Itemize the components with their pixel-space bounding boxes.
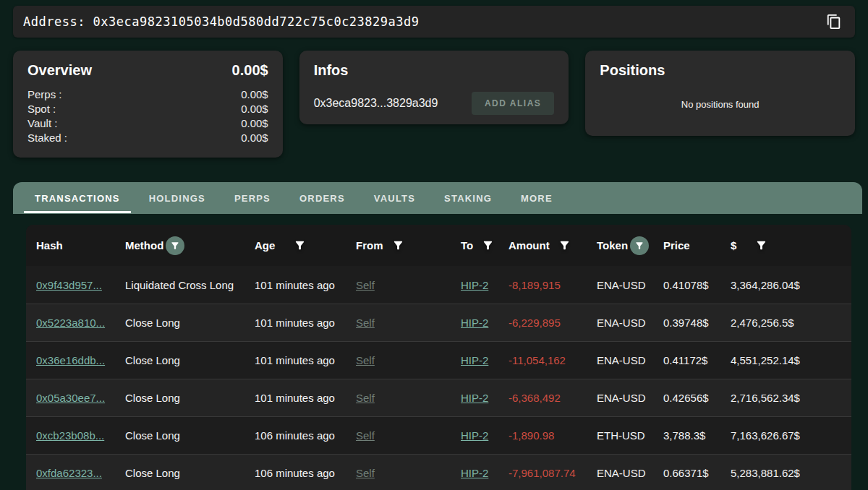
summary-cards: Overview 0.00$ Perps : 0.00$ Spot : 0.00… xyxy=(13,51,855,158)
tx-from-link[interactable]: Self xyxy=(356,467,461,479)
filter-icon-age[interactable] xyxy=(294,239,306,252)
tx-from-link[interactable]: Self xyxy=(356,429,461,442)
tab-orders[interactable]: ORDERS xyxy=(289,182,356,214)
tx-price: 0.41078$ xyxy=(663,279,731,291)
filter-icon-to[interactable] xyxy=(482,239,494,252)
copy-address-button[interactable] xyxy=(823,11,845,33)
filter-icon-amount[interactable] xyxy=(558,239,571,252)
overview-row-perps: Perps : 0.00$ xyxy=(27,87,268,102)
table-row: 0x05a30ee7... Close Long 101 minutes ago… xyxy=(26,379,851,416)
tx-from-link[interactable]: Self xyxy=(356,354,461,366)
transactions-table: Hash Method Age From To Amou xyxy=(26,225,851,490)
overview-value: 0.00$ xyxy=(241,131,268,145)
col-header-price: Price xyxy=(663,239,731,252)
tab-holdings[interactable]: HOLDINGS xyxy=(138,182,216,214)
tx-to-link[interactable]: HIP-2 xyxy=(461,317,509,329)
tx-usd: 2,716,562.34$ xyxy=(731,392,841,404)
tx-token: ENA-USD xyxy=(597,354,663,366)
tx-method: Close Long xyxy=(125,392,255,404)
col-header-from: From xyxy=(356,239,461,252)
tab-staking[interactable]: STAKING xyxy=(433,182,503,214)
table-row: 0xfda62323... Close Long 106 minutes ago… xyxy=(26,454,851,490)
tx-usd: 5,283,881.62$ xyxy=(731,467,841,479)
tx-method: Close Long xyxy=(125,354,255,366)
table-row: 0xcb23b08b... Close Long 106 minutes ago… xyxy=(26,416,851,454)
overview-card: Overview 0.00$ Perps : 0.00$ Spot : 0.00… xyxy=(13,51,283,158)
tx-token: ENA-USD xyxy=(597,317,663,329)
filter-icon-usd[interactable] xyxy=(755,239,767,252)
positions-card: Positions No positions found xyxy=(585,51,855,136)
tx-method: Close Long xyxy=(125,317,255,329)
tab-transactions[interactable]: TRANSACTIONS xyxy=(24,182,131,214)
tx-price: 0.66371$ xyxy=(663,467,731,479)
col-header-usd: $ xyxy=(731,239,841,252)
positions-empty-text: No positions found xyxy=(600,99,841,110)
tx-hash-link[interactable]: 0x9f43d957... xyxy=(36,279,125,291)
overview-value: 0.00$ xyxy=(241,116,268,131)
tx-method: Liquidated Cross Long xyxy=(125,279,255,291)
tx-to-link[interactable]: HIP-2 xyxy=(461,429,509,442)
tab-bar: TRANSACTIONS HOLDINGS PERPS ORDERS VAULT… xyxy=(13,182,862,214)
infos-short-address: 0x3eca9823...3829a3d9 xyxy=(314,97,438,110)
tx-usd: 7,163,626.67$ xyxy=(731,429,841,442)
tx-token: ENA-USD xyxy=(597,279,663,291)
overview-label: Perps : xyxy=(27,87,62,102)
address-bar: Address: 0x3eca9823105034b0d580dd722c75c… xyxy=(13,6,855,38)
table-row: 0x36e16ddb... Close Long 101 minutes ago… xyxy=(26,341,851,379)
tx-from-link[interactable]: Self xyxy=(356,279,461,291)
tx-price: 0.41172$ xyxy=(663,354,731,366)
tx-token: ETH-USD xyxy=(597,429,663,442)
tx-hash-link[interactable]: 0xfda62323... xyxy=(36,467,125,479)
col-header-amount: Amount xyxy=(509,239,597,252)
tx-hash-link[interactable]: 0x5223a810... xyxy=(36,317,125,329)
tx-to-link[interactable]: HIP-2 xyxy=(461,279,509,291)
overview-label: Staked : xyxy=(27,131,67,145)
tab-more[interactable]: MORE xyxy=(510,182,563,214)
tab-vaults[interactable]: VAULTS xyxy=(363,182,426,214)
tx-amount: -1,890.98 xyxy=(509,429,597,442)
tx-age: 101 minutes ago xyxy=(255,279,356,291)
filter-icon-method[interactable] xyxy=(166,236,184,255)
filter-icon-token[interactable] xyxy=(630,236,649,255)
col-header-method: Method xyxy=(125,236,255,255)
tx-age: 106 minutes ago xyxy=(255,467,356,479)
infos-title: Infos xyxy=(314,62,555,79)
overview-row-spot: Spot : 0.00$ xyxy=(27,102,268,116)
positions-title: Positions xyxy=(600,62,841,79)
col-header-hash: Hash xyxy=(36,239,125,252)
tx-to-link[interactable]: HIP-2 xyxy=(461,392,509,404)
overview-row-staked: Staked : 0.00$ xyxy=(27,131,268,145)
tx-to-link[interactable]: HIP-2 xyxy=(461,467,509,479)
tx-age: 101 minutes ago xyxy=(255,392,356,404)
tx-age: 101 minutes ago xyxy=(255,317,356,329)
tx-hash-link[interactable]: 0xcb23b08b... xyxy=(36,429,125,442)
tx-method: Close Long xyxy=(125,429,255,442)
add-alias-button[interactable]: ADD ALIAS xyxy=(472,92,554,115)
overview-label: Vault : xyxy=(27,116,57,131)
tx-token: ENA-USD xyxy=(597,467,663,479)
tx-amount: -7,961,087.74 xyxy=(509,467,597,479)
tx-from-link[interactable]: Self xyxy=(356,317,461,329)
col-header-age: Age xyxy=(255,239,356,252)
overview-total: 0.00$ xyxy=(232,62,268,79)
overview-value: 0.00$ xyxy=(241,87,268,102)
tx-price: 0.39748$ xyxy=(663,317,731,329)
tab-perps[interactable]: PERPS xyxy=(224,182,281,214)
tx-hash-link[interactable]: 0x36e16ddb... xyxy=(36,354,125,366)
table-row: 0x9f43d957... Liquidated Cross Long 101 … xyxy=(26,266,851,304)
tx-token: ENA-USD xyxy=(597,392,663,404)
tx-amount: -6,368,492 xyxy=(509,392,597,404)
copy-icon xyxy=(826,14,842,30)
col-header-to: To xyxy=(461,239,509,252)
tx-from-link[interactable]: Self xyxy=(356,392,461,404)
tx-method: Close Long xyxy=(125,467,255,479)
filter-icon-from[interactable] xyxy=(392,239,404,252)
overview-label: Spot : xyxy=(27,102,56,116)
overview-value: 0.00$ xyxy=(241,102,268,116)
tx-hash-link[interactable]: 0x05a30ee7... xyxy=(36,392,125,404)
tx-amount: -6,229,895 xyxy=(509,317,597,329)
col-header-token: Token xyxy=(597,236,663,255)
tx-usd: 3,364,286.04$ xyxy=(731,279,841,291)
overview-title: Overview xyxy=(27,62,92,79)
tx-to-link[interactable]: HIP-2 xyxy=(461,354,509,366)
